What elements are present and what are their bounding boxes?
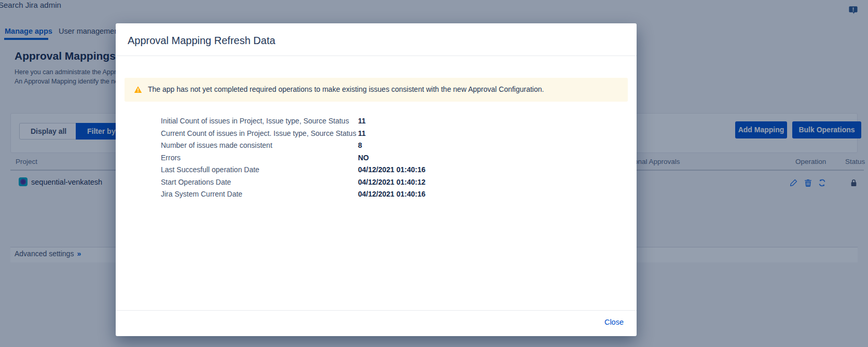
data-row: Start Operations Date 04/12/2021 01:40:1… <box>116 177 637 189</box>
data-label: Initial Count of issues in Project, Issu… <box>161 117 349 125</box>
data-label: Current Count of issues in Project. Issu… <box>161 129 356 137</box>
data-value: 11 <box>358 117 366 125</box>
data-value: 04/12/2021 01:40:16 <box>358 165 425 174</box>
data-value: 04/12/2021 01:40:16 <box>358 190 425 198</box>
data-label: Jira System Current Date <box>161 190 242 198</box>
approval-mapping-refresh-dialog: Approval Mapping Refresh Data The app ha… <box>116 23 637 336</box>
data-row: Number of issues made consistent 8 <box>116 140 637 152</box>
data-row: Jira System Current Date 04/12/2021 01:4… <box>116 189 637 201</box>
data-label: Start Operations Date <box>161 178 231 186</box>
data-label: Last Succesfull operation Date <box>161 165 259 174</box>
warning-message: The app has not yet completed required o… <box>148 85 544 93</box>
dialog-footer-divider <box>116 310 637 311</box>
jira-admin-page: Search Jira admin Manage apps User manag… <box>0 0 868 347</box>
data-row: Initial Count of issues in Project, Issu… <box>116 116 637 128</box>
data-row: Errors NO <box>116 152 637 165</box>
data-label: Errors <box>161 154 181 162</box>
data-row: Last Succesfull operation Date 04/12/202… <box>116 164 637 177</box>
warning-triangle-icon <box>134 86 142 94</box>
data-label: Number of issues made consistent <box>161 141 272 149</box>
dialog-title: Approval Mapping Refresh Data <box>128 35 275 47</box>
dialog-header-divider <box>116 55 637 56</box>
data-row: Current Count of issues in Project. Issu… <box>116 128 637 141</box>
close-button[interactable]: Close <box>604 318 624 326</box>
data-value: 11 <box>358 129 366 137</box>
data-value: 04/12/2021 01:40:12 <box>358 178 425 186</box>
refresh-data-list: Initial Count of issues in Project, Issu… <box>116 116 637 201</box>
data-value: NO <box>358 154 369 162</box>
data-value: 8 <box>358 141 362 149</box>
warning-banner: The app has not yet completed required o… <box>125 78 628 102</box>
